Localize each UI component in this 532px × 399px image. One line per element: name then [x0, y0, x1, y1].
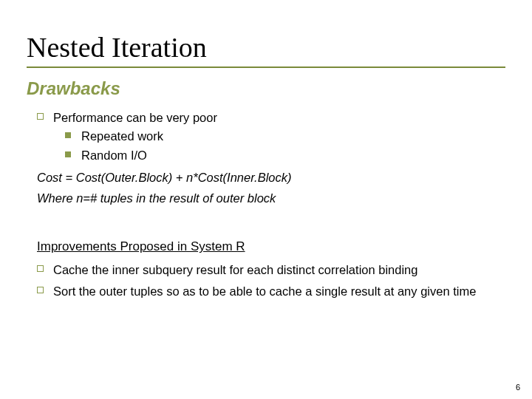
page-number: 6 — [516, 383, 520, 392]
bullet-open-icon — [37, 262, 53, 272]
subbullet-repeated: Repeated work — [27, 128, 505, 144]
bullet-text: Performance can be very poor — [53, 109, 505, 126]
content-area: Performance can be very poor Repeated wo… — [27, 109, 505, 299]
spacer — [27, 206, 505, 239]
title-underline — [27, 66, 505, 68]
bullet-text: Repeated work — [81, 128, 505, 144]
bullet-solid-icon — [65, 128, 81, 138]
bullet-text: Random I/O — [81, 147, 505, 163]
formula-note: Where n=# tuples in the result of outer … — [27, 190, 505, 206]
improvements-heading: Improvements Proposed in System R — [27, 239, 505, 256]
bullet-text: Sort the outer tuples so as to be able t… — [53, 283, 505, 299]
bullet-solid-icon — [65, 147, 81, 157]
cost-formula: Cost = Cost(Outer.Block) + n*Cost(Inner.… — [27, 169, 505, 185]
bullet-sort-outer: Sort the outer tuples so as to be able t… — [27, 283, 505, 299]
subbullet-random-io: Random I/O — [27, 147, 505, 163]
bullet-open-icon — [37, 283, 53, 293]
subheading-drawbacks: Drawbacks — [27, 78, 505, 99]
slide-title: Nested Iteration — [27, 31, 505, 66]
bullet-text: Cache the inner subquery result for each… — [53, 262, 505, 278]
bullet-open-icon — [37, 109, 53, 120]
slide: Nested Iteration Drawbacks Performance c… — [0, 0, 532, 399]
bullet-performance: Performance can be very poor — [27, 109, 505, 126]
bullet-cache-inner: Cache the inner subquery result for each… — [27, 262, 505, 278]
